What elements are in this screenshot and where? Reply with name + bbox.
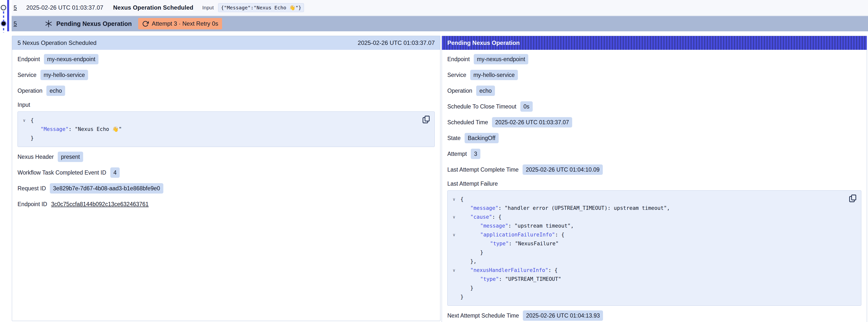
field-value-badge: my-hello-service <box>40 70 88 80</box>
field-value-badge: 4 <box>110 167 120 178</box>
field-label: Scheduled Time <box>447 119 488 126</box>
json-collapse-chevron-icon <box>18 134 31 142</box>
json-collapse-chevron-icon <box>447 221 460 230</box>
field-label: Service <box>447 72 466 78</box>
scheduled-event-panel: 5 Nexus Operation Scheduled 2025-02-26 U… <box>12 36 440 321</box>
field-label: Endpoint ID <box>18 201 47 207</box>
field-label: Operation <box>447 88 472 94</box>
field-label: Operation <box>18 88 42 94</box>
field-label: Attempt <box>447 151 467 157</box>
workflow-history-view: 5 2025-02-26 UTC 01:03:37.07 Nexus Opera… <box>0 0 868 322</box>
json-code-line: "Message": "Nexus Echo 👋" <box>31 125 122 134</box>
event-detail-panels: 5 Nexus Operation Scheduled 2025-02-26 U… <box>12 36 867 322</box>
attempt-retry-badge: Attempt 3 · Next Retry 0s <box>138 18 222 29</box>
endpoint-id-link[interactable]: 3c0c75ccfa8144b092c13ce632463761 <box>51 201 149 207</box>
json-code-line: "type": "NexusFailure" <box>460 239 559 248</box>
field-label: Last Attempt Complete Time <box>447 166 519 173</box>
field-label: Endpoint <box>18 56 40 63</box>
field-value-badge: 2025-02-26 UTC 01:03:37.07 <box>492 117 572 127</box>
field-value-badge: 3 <box>471 149 480 159</box>
field-label: Schedule To Close Timeout <box>447 103 517 110</box>
field-label: State <box>447 135 461 141</box>
json-collapse-chevron-icon <box>447 257 460 266</box>
field-label: Request ID <box>18 185 46 192</box>
scheduled-panel-header: 5 Nexus Operation Scheduled 2025-02-26 U… <box>12 36 440 50</box>
json-collapse-chevron-icon[interactable]: ∨ <box>18 116 31 125</box>
json-code-line: { <box>460 195 464 204</box>
field-label: Endpoint <box>447 56 470 63</box>
field-endpoint: Endpoint my-nexus-endpoint <box>18 54 435 65</box>
panel-title: Pending Nexus Operation <box>447 39 520 46</box>
field-scheduled-time: Scheduled Time 2025-02-26 UTC 01:03:37.0… <box>447 117 861 128</box>
event-input-label: Input <box>202 5 214 10</box>
field-value-badge: present <box>58 152 83 162</box>
timeline-event-marker-icon <box>1 5 6 10</box>
event-id-link[interactable]: 5 <box>13 20 17 27</box>
input-json-viewer: ∨{"Message": "Nexus Echo 👋"} <box>18 111 435 147</box>
field-value-badge: my-nexus-endpoint <box>474 54 528 64</box>
event-row-scheduled[interactable]: 5 2025-02-26 UTC 01:03:37.07 Nexus Opera… <box>11 0 868 16</box>
panel-title: 5 Nexus Operation Scheduled <box>18 39 96 46</box>
retry-icon <box>142 21 149 27</box>
json-code-line: "nexusHandlerFailureInfo": { <box>460 266 558 275</box>
timeline-current-marker-icon <box>1 21 6 26</box>
pending-operation-panel: Pending Nexus Operation Endpoint my-nexu… <box>442 36 867 322</box>
field-value-badge: 0s <box>520 101 533 112</box>
field-value-badge: BackingOff <box>465 133 499 143</box>
json-code-line: }, <box>460 257 476 266</box>
json-collapse-chevron-icon <box>447 239 460 248</box>
copy-button[interactable] <box>422 115 431 124</box>
attempt-retry-text: Attempt 3 · Next Retry 0s <box>152 20 218 27</box>
json-code-line: } <box>460 284 473 292</box>
json-collapse-chevron-icon[interactable]: ∨ <box>447 266 460 275</box>
field-value-badge: 2025-02-26 UTC 01:04:10.09 <box>523 164 603 175</box>
failure-json-viewer: ∨{"message": "handler error (UPSTREAM_TI… <box>447 190 861 306</box>
pending-event-title: Pending Nexus Operation <box>56 20 132 27</box>
json-collapse-chevron-icon <box>447 248 460 257</box>
json-code-line: } <box>460 292 464 301</box>
event-input-value-badge: {"Message":"Nexus Echo 👋"} <box>218 3 304 12</box>
pending-asterisk-icon <box>44 20 53 28</box>
field-value-badge: my-nexus-endpoint <box>44 54 99 64</box>
copy-icon <box>848 194 857 203</box>
field-endpoint: Endpoint my-nexus-endpoint <box>447 54 861 65</box>
field-value-badge: 3e829b7e-7d67-4b08-aad3-b1e868bfe9e0 <box>50 183 163 194</box>
json-collapse-chevron-icon <box>447 284 460 292</box>
field-label: Workflow Task Completed Event ID <box>18 169 106 176</box>
copy-button[interactable] <box>848 194 857 203</box>
json-collapse-chevron-icon <box>447 204 460 213</box>
field-schedule-to-close-timeout: Schedule To Close Timeout 0s <box>447 101 861 112</box>
field-request-id: Request ID 3e829b7e-7d67-4b08-aad3-b1e86… <box>18 183 435 194</box>
field-operation: Operation echo <box>18 85 435 96</box>
field-label: Nexus Header <box>18 154 54 160</box>
field-label: Next Attempt Schedule Time <box>447 312 519 319</box>
field-next-attempt-schedule-time: Next Attempt Schedule Time 2025-02-26 UT… <box>447 310 861 321</box>
json-code-line: "message": "handler error (UPSTREAM_TIME… <box>460 204 670 213</box>
field-nexus-header: Nexus Header present <box>18 151 435 162</box>
panel-timestamp: 2025-02-26 UTC 01:03:37.07 <box>358 39 435 46</box>
field-label: Service <box>18 72 36 78</box>
event-row-pending[interactable]: 5 Pending Nexus Operation Attempt 3 · Ne… <box>11 16 868 31</box>
field-service: Service my-hello-service <box>447 69 861 80</box>
event-timestamp: 2025-02-26 UTC 01:03:37.07 <box>26 4 103 11</box>
json-code-line: } <box>31 134 34 142</box>
json-collapse-chevron-icon[interactable]: ∨ <box>447 230 460 239</box>
json-collapse-chevron-icon[interactable]: ∨ <box>447 195 460 204</box>
field-service: Service my-hello-service <box>18 69 435 80</box>
pending-panel-header: Pending Nexus Operation <box>442 36 867 50</box>
field-attempt: Attempt 3 <box>447 149 861 159</box>
json-collapse-chevron-icon[interactable]: ∨ <box>447 213 460 221</box>
field-operation: Operation echo <box>447 85 861 96</box>
json-collapse-chevron-icon <box>447 292 460 301</box>
field-value-badge: my-hello-service <box>470 70 518 80</box>
event-id-link[interactable]: 5 <box>13 4 17 11</box>
json-collapse-chevron-icon <box>447 275 460 284</box>
field-last-attempt-complete-time: Last Attempt Complete Time 2025-02-26 UT… <box>447 164 861 175</box>
field-endpoint-id: Endpoint ID 3c0c75ccfa8144b092c13ce63246… <box>18 199 435 210</box>
json-code-line: "type": "UPSTREAM_TIMEOUT" <box>460 275 561 284</box>
json-code-line: "applicationFailureInfo": { <box>460 230 564 239</box>
json-code-line: "cause": { <box>460 213 501 221</box>
field-value-badge: echo <box>46 86 65 96</box>
json-code-line: } <box>460 248 483 257</box>
selected-event-indicator <box>7 0 9 31</box>
